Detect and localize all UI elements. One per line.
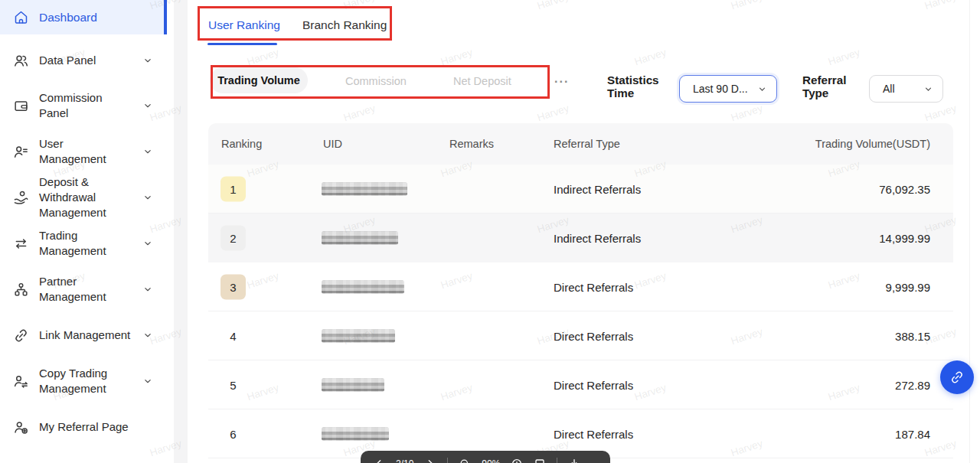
referral-type-select[interactable]: All: [869, 75, 943, 103]
sidebar-item-my-referral-page[interactable]: My Referral Page: [0, 416, 167, 439]
ranking-badge-bronze: 3: [220, 274, 246, 299]
sidebar-divider: [174, 0, 188, 463]
ranking-cell: 4: [220, 323, 246, 348]
ranking-badge-silver: 2: [220, 225, 246, 250]
chevron-down-icon: [923, 84, 933, 94]
trading-volume-cell: 14,999.99: [879, 231, 930, 244]
active-tab-indicator: [207, 43, 277, 45]
sidebar-item-copy-trading-management[interactable]: Copy Trading Management: [0, 364, 167, 398]
next-image-button[interactable]: [424, 458, 436, 463]
watermark-text: Harvey: [730, 0, 764, 11]
sidebar: DashboardData PanelCommission PanelUser …: [0, 0, 167, 463]
chevron-down-icon: [757, 84, 767, 94]
uid-redacted: [322, 378, 384, 391]
wallet-icon: [13, 98, 29, 114]
ranking-value: 2: [230, 231, 236, 244]
user-arrows-icon: [13, 373, 29, 390]
sidebar-item-trading-management[interactable]: Trading Management: [0, 227, 167, 260]
sidebar-item-label: My Referral Page: [39, 419, 153, 435]
statistics-time-value: Last 90 D...: [693, 83, 748, 95]
ranking-cell: 6: [220, 421, 246, 446]
toolbar-divider: [557, 458, 557, 463]
table-row: 4Direct Referrals388.15: [208, 311, 953, 360]
referral-link-fab[interactable]: [940, 360, 974, 394]
page-gutter: [969, 0, 980, 463]
watermark-text: Harvey: [633, 47, 668, 67]
trading-volume-cell: 272.89: [895, 378, 930, 391]
sidebar-item-label: User Management: [39, 136, 132, 167]
sidebar-item-label: Partner Management: [39, 274, 132, 305]
ranking-value: 3: [230, 280, 236, 293]
referral-type-cell: Indirect Referrals: [554, 182, 641, 195]
zoom-level: 90%: [482, 458, 500, 463]
column-header-remarks: Remarks: [449, 123, 494, 165]
sidebar-item-partner-management[interactable]: Partner Management: [0, 272, 167, 306]
user-plus-icon: [13, 419, 29, 435]
previous-image-button[interactable]: [373, 458, 385, 463]
sidebar-item-label: Commission Panel: [39, 90, 132, 121]
fit-screen-button[interactable]: [534, 458, 546, 463]
watermark-text: Harvey: [536, 0, 570, 11]
user-list-icon: [13, 144, 29, 160]
referral-type-value: All: [883, 83, 895, 95]
ranking-badge-gold: 1: [220, 176, 246, 201]
uid-redacted: [322, 280, 404, 293]
sidebar-item-data-panel[interactable]: Data Panel: [0, 49, 167, 72]
uid-redacted: [322, 329, 395, 342]
zoom-out-button[interactable]: [459, 458, 471, 463]
watermark-text: Harvey: [827, 47, 861, 67]
referral-type-cell: Direct Referrals: [554, 329, 633, 342]
transfer-icon: [13, 236, 29, 252]
uid-redacted: [322, 427, 389, 440]
ranking-value: 6: [230, 427, 236, 440]
uid-redacted: [322, 231, 398, 244]
watermark-text: Harvey: [342, 103, 377, 123]
sidebar-item-link-management[interactable]: Link Management: [0, 324, 167, 347]
table-row: 1Indirect Referrals76,092.35: [208, 165, 953, 214]
sidebar-item-deposit-withdrawal-management[interactable]: Deposit & Withdrawal Management: [0, 174, 167, 221]
chevron-down-icon: [142, 146, 153, 157]
ranking-value: 1: [230, 182, 236, 195]
column-header-referral-type: Referral Type: [554, 123, 620, 165]
statistics-time-label: Statistics Time: [607, 73, 665, 99]
sidebar-item-label: Data Panel: [39, 53, 132, 68]
chevron-down-icon: [142, 376, 153, 386]
annotation-box-metric-tabs: [211, 65, 550, 99]
more-subtabs-button[interactable]: ...: [554, 72, 569, 86]
sidebar-item-label: Deposit & Withdrawal Management: [39, 174, 132, 220]
watermark-text: Harvey: [923, 103, 958, 123]
trading-volume-cell: 187.84: [895, 427, 930, 440]
referral-type-cell: Direct Referrals: [554, 378, 633, 391]
sidebar-item-label: Trading Management: [39, 228, 132, 259]
sidebar-item-label: Dashboard: [39, 10, 153, 25]
chevron-down-icon: [142, 192, 153, 203]
org-chart-icon: [13, 282, 29, 298]
trading-volume-cell: 76,092.35: [879, 182, 930, 195]
referral-type-cell: Direct Referrals: [554, 280, 633, 293]
sidebar-item-commission-panel[interactable]: Commission Panel: [0, 94, 167, 117]
hand-coin-icon: [13, 190, 29, 206]
table-row: 3Direct Referrals9,999.99: [208, 262, 953, 311]
home-icon: [13, 9, 29, 25]
download-button[interactable]: [568, 458, 580, 463]
watermark-text: Harvey: [923, 0, 958, 11]
sidebar-item-label: Link Management: [39, 328, 132, 343]
column-header-uid: UID: [323, 123, 342, 165]
column-header-trading-volume: Trading Volume(USDT): [815, 123, 930, 165]
watermark-text: Harvey: [536, 103, 570, 123]
app-window: DashboardData PanelCommission PanelUser …: [0, 0, 980, 463]
link-icon: [949, 370, 965, 385]
trading-volume-cell: 388.15: [895, 329, 930, 342]
statistics-time-select[interactable]: Last 90 D...: [679, 75, 777, 103]
table-header: Ranking UID Remarks Referral Type Tradin…: [208, 123, 953, 165]
toolbar-divider: [447, 458, 448, 463]
zoom-in-button[interactable]: [511, 458, 523, 463]
sidebar-item-label: Copy Trading Management: [39, 366, 132, 396]
sidebar-item-dashboard[interactable]: Dashboard: [0, 0, 167, 34]
image-viewer-toolbar: 2/10 90%: [361, 451, 610, 463]
sidebar-item-user-management[interactable]: User Management: [0, 140, 167, 163]
chevron-down-icon: [142, 284, 153, 295]
watermark-text: Harvey: [730, 103, 764, 123]
column-header-ranking: Ranking: [221, 123, 262, 165]
annotation-box-ranking-tabs: [198, 6, 392, 41]
